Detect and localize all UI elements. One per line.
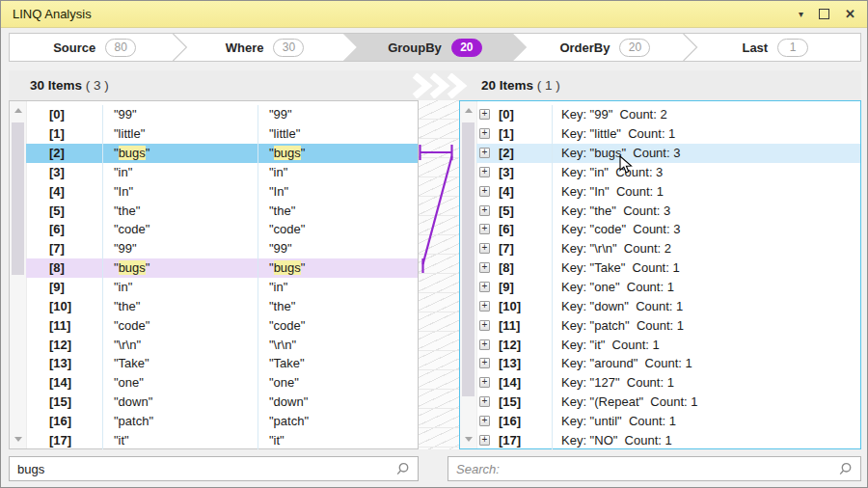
right-search-input[interactable]: [456, 462, 838, 476]
left-list-item[interactable]: [17]"it""it": [26, 430, 418, 449]
pipeline-step-groupby[interactable]: GroupBy20: [350, 34, 520, 61]
left-list-item[interactable]: [10]"the""the": [26, 296, 418, 315]
expand-icon[interactable]: +: [479, 109, 490, 120]
cell-value: "in": [102, 163, 258, 182]
item-index: [5]: [26, 203, 102, 218]
left-search-input[interactable]: [17, 462, 395, 476]
left-list-item[interactable]: [5]"the""the": [26, 201, 418, 220]
group-key-count: Key: "127" Count: 1: [552, 373, 860, 393]
pipeline-step-last[interactable]: Last1: [691, 34, 860, 61]
pipeline-step-count-badge: 20: [451, 39, 482, 57]
left-list-item[interactable]: [2]"bugs""bugs": [26, 144, 418, 163]
left-list-item[interactable]: [11]"code""code": [26, 315, 418, 335]
maximize-icon[interactable]: [819, 9, 829, 19]
expand-icon[interactable]: +: [479, 243, 490, 254]
right-list-item[interactable]: +[0]Key: "99" Count: 2: [476, 105, 860, 124]
left-items-count: 30 Items: [30, 78, 82, 93]
pipeline-step-label: Last: [742, 41, 768, 55]
right-list-item[interactable]: +[16]Key: "until" Count: 1: [476, 412, 860, 431]
right-list-item[interactable]: +[15]Key: "(Repeat" Count: 1: [476, 393, 860, 412]
right-list-item[interactable]: +[6]Key: "code" Count: 3: [476, 220, 860, 239]
pipeline-step-orderby[interactable]: OrderBy20: [520, 34, 690, 61]
left-scrollbar[interactable]: [10, 101, 27, 448]
item-index: [4]: [490, 184, 552, 199]
left-list-item[interactable]: [7]"99""99": [26, 239, 418, 258]
left-list-item[interactable]: [16]"patch""patch": [26, 412, 418, 431]
right-list-item[interactable]: +[13]Key: "around" Count: 1: [476, 354, 860, 373]
scrollbar-thumb[interactable]: [12, 122, 24, 275]
expand-icon[interactable]: +: [479, 205, 490, 216]
left-panel-header: 30 Items ( 3 ): [30, 70, 109, 100]
left-list-item[interactable]: [9]"in""in": [26, 278, 418, 297]
right-list-item[interactable]: +[14]Key: "127" Count: 1: [476, 373, 860, 393]
right-list-item[interactable]: +[8]Key: "Take" Count: 1: [476, 258, 860, 278]
pipeline-step-source[interactable]: Source80: [10, 34, 179, 61]
item-index: [4]: [26, 184, 102, 199]
right-list-item[interactable]: +[10]Key: "down" Count: 1: [476, 296, 860, 315]
cell-value: "code": [102, 220, 258, 239]
panel-headers-band: 30 Items ( 3 ) 20 Items ( 1 ): [9, 70, 861, 100]
right-list-item[interactable]: +[17]Key: "NO" Count: 1: [476, 430, 860, 449]
left-list-item[interactable]: [1]"little""little": [26, 124, 418, 144]
pipeline-step-where[interactable]: Where30: [179, 34, 349, 61]
right-list-item[interactable]: +[5]Key: "the" Count: 3: [476, 201, 860, 220]
expand-icon[interactable]: +: [479, 435, 490, 446]
right-list-item[interactable]: +[9]Key: "one" Count: 1: [476, 278, 860, 297]
close-icon[interactable]: ✕: [845, 7, 855, 21]
item-index: [16]: [26, 414, 102, 428]
right-list-item[interactable]: +[12]Key: "it" Count: 1: [476, 335, 860, 354]
item-index: [5]: [490, 203, 552, 218]
right-list-item[interactable]: +[11]Key: "patch" Count: 1: [476, 315, 860, 335]
group-key-count: Key: "little" Count: 1: [552, 124, 860, 144]
cell-value: "patch": [258, 412, 418, 431]
search-icon[interactable]: [838, 462, 853, 476]
expand-icon[interactable]: +: [479, 396, 490, 407]
search-icon[interactable]: [395, 462, 410, 476]
expand-icon[interactable]: +: [479, 167, 490, 177]
cell-value: "down": [102, 393, 258, 412]
expand-icon[interactable]: +: [479, 262, 490, 273]
scroll-down-icon[interactable]: [465, 437, 473, 442]
left-list-item[interactable]: [14]"one""one": [26, 373, 418, 393]
expand-icon[interactable]: +: [479, 186, 490, 197]
left-list-item[interactable]: [12]"\r\n""\r\n": [26, 335, 418, 354]
right-list-item[interactable]: +[1]Key: "little" Count: 1: [476, 124, 860, 144]
left-list-item[interactable]: [0]"99""99": [26, 105, 418, 124]
expand-icon[interactable]: +: [479, 148, 490, 158]
expand-icon[interactable]: +: [479, 416, 490, 426]
pipeline-step-count-badge: 80: [105, 39, 136, 57]
right-list-item[interactable]: +[2]Key: "bugs" Count: 3: [476, 144, 860, 163]
left-list-item[interactable]: [8]"bugs""bugs": [26, 258, 418, 278]
window-menu-icon[interactable]: ▾: [799, 9, 803, 19]
pipeline-step-label: OrderBy: [559, 41, 610, 55]
item-index: [0]: [490, 107, 552, 122]
left-list-item[interactable]: [15]"down""down": [26, 393, 418, 412]
cell-value: "patch": [102, 412, 258, 431]
expand-icon[interactable]: +: [479, 224, 490, 234]
left-list-item[interactable]: [4]"In""In": [26, 181, 418, 201]
right-list-item[interactable]: +[4]Key: "In" Count: 1: [476, 181, 860, 201]
scroll-up-icon[interactable]: [465, 108, 473, 113]
cell-value: "99": [102, 239, 258, 258]
right-list-item[interactable]: +[3]Key: "in" Count: 3: [476, 163, 860, 182]
expand-icon[interactable]: +: [479, 301, 490, 312]
expand-icon[interactable]: +: [479, 358, 490, 368]
left-list-item[interactable]: [13]"Take""Take": [26, 354, 418, 373]
group-key-count: Key: "down" Count: 1: [552, 296, 860, 315]
expand-icon[interactable]: +: [479, 128, 490, 139]
left-items-note: ( 3 ): [86, 78, 109, 93]
expand-icon[interactable]: +: [479, 377, 490, 388]
right-scrollbar[interactable]: [460, 101, 477, 448]
scroll-up-icon[interactable]: [14, 108, 22, 113]
cell-value: "99": [258, 239, 418, 258]
expand-icon[interactable]: +: [479, 320, 490, 331]
left-list-item[interactable]: [3]"in""in": [26, 163, 418, 182]
expand-icon[interactable]: +: [479, 282, 490, 292]
scroll-down-icon[interactable]: [14, 437, 22, 442]
scrollbar-thumb[interactable]: [462, 122, 475, 396]
expand-icon[interactable]: +: [479, 339, 490, 350]
right-list-item[interactable]: +[7]Key: "\r\n" Count: 2: [476, 239, 860, 258]
item-index: [12]: [490, 338, 552, 352]
title-bar[interactable]: LINQ Analysis ▾ ✕: [1, 1, 867, 28]
left-list-item[interactable]: [6]"code""code": [26, 220, 418, 239]
